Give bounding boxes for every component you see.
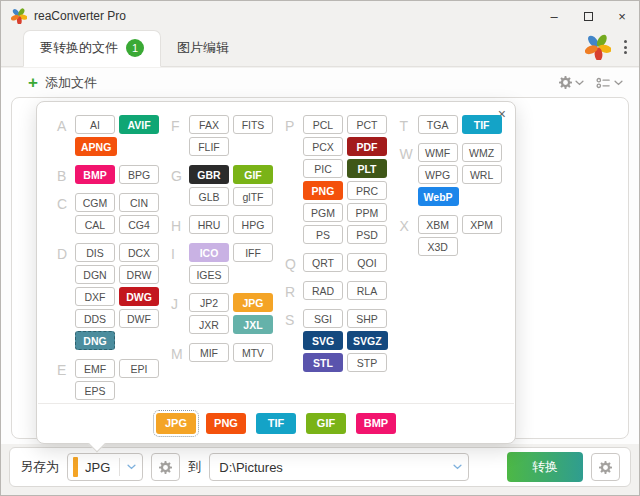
format-badge-stl[interactable]: STL bbox=[303, 353, 343, 372]
format-badge-pcx[interactable]: PCX bbox=[303, 137, 343, 156]
format-badge-jxr[interactable]: JXR bbox=[189, 315, 229, 334]
shortcut-badge-png[interactable]: PNG bbox=[206, 413, 246, 434]
kebab-menu-button[interactable] bbox=[619, 36, 632, 58]
format-badge-tif[interactable]: TIF bbox=[462, 115, 502, 134]
format-badge-dwg[interactable]: DWG bbox=[119, 287, 159, 306]
shortcut-badge-tif[interactable]: TIF bbox=[256, 413, 296, 434]
format-badge-ico[interactable]: ICO bbox=[189, 243, 229, 262]
chevron-down-icon bbox=[453, 464, 462, 470]
format-badge-ppm[interactable]: PPM bbox=[347, 203, 387, 222]
format-badge-apng[interactable]: APNG bbox=[75, 137, 117, 156]
convert-button[interactable]: 转换 bbox=[507, 452, 583, 482]
sort-options-dropdown[interactable] bbox=[596, 77, 623, 89]
format-badge-qrt[interactable]: QRT bbox=[303, 253, 343, 272]
format-badge-epi[interactable]: EPI bbox=[119, 359, 159, 378]
format-badge-cgm[interactable]: CGM bbox=[75, 193, 115, 212]
format-badge-plt[interactable]: PLT bbox=[347, 159, 387, 178]
format-badge-cal[interactable]: CAL bbox=[75, 215, 115, 234]
shortcut-badge-gif[interactable]: GIF bbox=[306, 413, 346, 434]
format-badge-bmp[interactable]: BMP bbox=[75, 165, 115, 184]
format-settings-button[interactable] bbox=[151, 453, 180, 481]
format-badge-bpg[interactable]: BPG bbox=[119, 165, 159, 184]
format-badge-wrl[interactable]: WRL bbox=[462, 165, 502, 184]
format-badge-svgz[interactable]: SVGZ bbox=[347, 331, 388, 350]
destination-combo-chevron[interactable] bbox=[446, 464, 468, 470]
format-badge-stp[interactable]: STP bbox=[347, 353, 387, 372]
format-badge-mif[interactable]: MIF bbox=[189, 343, 229, 362]
format-badge-rad[interactable]: RAD bbox=[303, 281, 343, 300]
format-badge-dis[interactable]: DIS bbox=[75, 243, 115, 262]
format-badge-shp[interactable]: SHP bbox=[347, 309, 387, 328]
format-badge-ps[interactable]: PS bbox=[303, 225, 343, 244]
format-badge-dcx[interactable]: DCX bbox=[119, 243, 159, 262]
format-badge-sgi[interactable]: SGI bbox=[303, 309, 343, 328]
shortcut-badge-jpg[interactable]: JPG bbox=[156, 413, 196, 434]
format-badge-svg[interactable]: SVG bbox=[303, 331, 343, 350]
reaconverter-logo-icon[interactable] bbox=[585, 34, 611, 60]
format-badge-avif[interactable]: AVIF bbox=[119, 115, 159, 134]
format-badge-png[interactable]: PNG bbox=[303, 181, 343, 200]
format-badge-gif[interactable]: GIF bbox=[233, 165, 273, 184]
format-badge-dng[interactable]: DNG bbox=[75, 331, 115, 350]
format-badge-mtv[interactable]: MTV bbox=[233, 343, 273, 362]
format-badge-fax[interactable]: FAX bbox=[189, 115, 229, 134]
destination-combo[interactable]: D:\Pictures bbox=[209, 453, 469, 481]
titlebar: reaConverter Pro – × bbox=[1, 1, 639, 31]
format-badge-pic[interactable]: PIC bbox=[303, 159, 343, 178]
format-badge-qoi[interactable]: QOI bbox=[347, 253, 387, 272]
close-button[interactable]: × bbox=[605, 1, 639, 31]
add-files-button[interactable]: + 添加文件 bbox=[28, 74, 97, 92]
window-title: reaConverter Pro bbox=[34, 9, 537, 23]
minimize-button[interactable]: – bbox=[537, 1, 571, 31]
group-letter-e: E bbox=[57, 359, 70, 400]
maximize-button[interactable] bbox=[571, 1, 605, 31]
format-badge-wpg[interactable]: WPG bbox=[418, 165, 458, 184]
format-badge-psd[interactable]: PSD bbox=[347, 225, 387, 244]
format-badge-flif[interactable]: FLIF bbox=[189, 137, 229, 156]
format-badge-jpg[interactable]: JPG bbox=[233, 293, 273, 312]
shortcut-badge-bmp[interactable]: BMP bbox=[356, 413, 396, 434]
format-badge-dwf[interactable]: DWF bbox=[119, 309, 159, 328]
format-badge-xbm[interactable]: XBM bbox=[418, 215, 458, 234]
format-badge-dgn[interactable]: DGN bbox=[75, 265, 115, 284]
format-badge-x3d[interactable]: X3D bbox=[418, 237, 458, 256]
output-format-combo[interactable]: JPG bbox=[67, 453, 143, 481]
format-badge-xpm[interactable]: XPM bbox=[462, 215, 502, 234]
format-badge-dds[interactable]: DDS bbox=[75, 309, 115, 328]
format-badge-cin[interactable]: CIN bbox=[119, 193, 159, 212]
format-shortcut-bar: JPGPNGTIFGIFBMP bbox=[38, 403, 514, 442]
format-badge-dxf[interactable]: DXF bbox=[75, 287, 115, 306]
format-badge-pdf[interactable]: PDF bbox=[347, 137, 387, 156]
format-badge-iges[interactable]: IGES bbox=[189, 265, 229, 284]
format-badge-gltf[interactable]: glTF bbox=[233, 187, 273, 206]
format-badge-hru[interactable]: HRU bbox=[189, 215, 229, 234]
format-badge-eps[interactable]: EPS bbox=[75, 381, 115, 400]
format-badge-jp2[interactable]: JP2 bbox=[189, 293, 229, 312]
format-badge-hpg[interactable]: HPG bbox=[233, 215, 273, 234]
list-settings-dropdown[interactable] bbox=[559, 76, 584, 89]
group-letter-q: Q bbox=[285, 253, 298, 272]
tab-files-to-convert[interactable]: 要转换的文件 1 bbox=[23, 30, 161, 67]
format-badge-gbr[interactable]: GBR bbox=[189, 165, 229, 184]
format-badge-cg4[interactable]: CG4 bbox=[119, 215, 159, 234]
format-badge-rla[interactable]: RLA bbox=[347, 281, 387, 300]
group-letter-f: F bbox=[171, 115, 184, 156]
tab-image-editing[interactable]: 图片编辑 bbox=[161, 31, 245, 66]
format-badge-jxl[interactable]: JXL bbox=[233, 315, 273, 334]
format-badge-glb[interactable]: GLB bbox=[189, 187, 229, 206]
format-badge-ai[interactable]: AI bbox=[75, 115, 115, 134]
format-badge-pct[interactable]: PCT bbox=[347, 115, 387, 134]
format-badge-drw[interactable]: DRW bbox=[119, 265, 159, 284]
format-combo-chevron[interactable] bbox=[120, 464, 142, 470]
format-badge-webp[interactable]: WebP bbox=[418, 187, 459, 206]
format-badge-tga[interactable]: TGA bbox=[418, 115, 458, 134]
format-badge-iff[interactable]: IFF bbox=[233, 243, 273, 262]
format-badge-pgm[interactable]: PGM bbox=[303, 203, 343, 222]
format-badge-pcl[interactable]: PCL bbox=[303, 115, 343, 134]
format-badge-fits[interactable]: FITS bbox=[233, 115, 273, 134]
convert-settings-button[interactable] bbox=[591, 453, 620, 481]
format-badge-wmf[interactable]: WMF bbox=[418, 143, 458, 162]
format-badge-prc[interactable]: PRC bbox=[347, 181, 387, 200]
format-badge-emf[interactable]: EMF bbox=[75, 359, 115, 378]
format-badge-wmz[interactable]: WMZ bbox=[462, 143, 502, 162]
